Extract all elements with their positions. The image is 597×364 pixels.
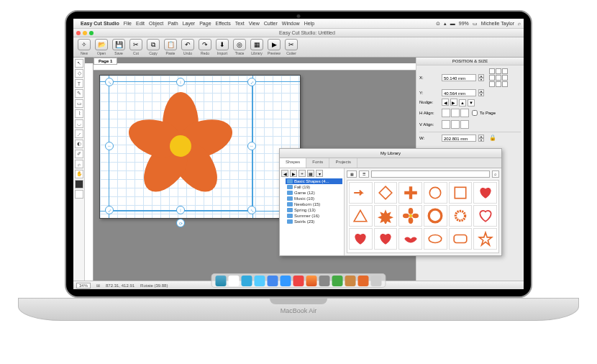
library-search[interactable] — [371, 170, 490, 178]
folder-newborn[interactable]: Newborn (15) — [286, 201, 342, 207]
library-window[interactable]: My Library Shapes Fonts Projects ◀ ▶ + ▦… — [279, 148, 502, 256]
tree-back[interactable]: ◀ — [281, 170, 288, 177]
tab-fonts[interactable]: Fonts — [306, 158, 329, 168]
dock-trash[interactable] — [371, 276, 382, 286]
fill-swatch[interactable] — [75, 180, 83, 188]
zoom-button[interactable] — [89, 31, 94, 35]
tree-forward[interactable]: ▶ — [290, 170, 297, 177]
menu-file[interactable]: File — [124, 21, 132, 26]
pen-tool[interactable]: ✎ — [75, 89, 83, 98]
toolbar-library[interactable]: ▦Library — [249, 39, 265, 55]
shape-plus[interactable] — [398, 182, 422, 204]
page-tab[interactable]: Page 1 — [94, 58, 117, 65]
toolbar-preview[interactable]: ▶Preview — [266, 39, 282, 55]
toolbar-redo[interactable]: ↷Redo — [197, 39, 213, 55]
units-icon[interactable]: ⊞ — [96, 283, 100, 288]
halign-center[interactable] — [451, 109, 460, 117]
shape-ellipse[interactable] — [424, 228, 447, 250]
dock-facetime[interactable] — [332, 276, 343, 286]
battery-icon[interactable]: ▭ — [473, 21, 478, 27]
nudge-up[interactable]: ▲ — [459, 99, 466, 106]
hand-tool[interactable]: ✋ — [75, 170, 83, 178]
folder-spring[interactable]: Spring (13) — [286, 207, 342, 213]
shape-rounded-rect[interactable] — [449, 228, 473, 250]
zoom-level[interactable]: 34% — [76, 283, 91, 288]
menu-edit[interactable]: Edit — [136, 21, 145, 26]
valign-top[interactable] — [442, 120, 450, 129]
search-icon[interactable]: ⌕ — [518, 21, 521, 26]
shape-heart-red2[interactable] — [374, 228, 398, 250]
toolbar-import[interactable]: ⬇Import — [214, 39, 230, 55]
menu-text[interactable]: Text — [235, 21, 245, 26]
selection-box[interactable]: ⤡ ↕ ⤢ ↔ ↔ ⤢ ↕ ⤡ ⟳ — [109, 81, 252, 211]
shape-gear[interactable] — [449, 205, 473, 227]
folder-summer[interactable]: Summer (16) — [286, 213, 342, 219]
shape-lips[interactable] — [398, 228, 422, 250]
folder-music[interactable]: Music (10) — [286, 196, 342, 201]
w-stepper[interactable]: ▴▾ — [478, 135, 484, 142]
view-list[interactable]: ☰ — [359, 170, 369, 178]
dock-safari[interactable] — [255, 276, 265, 286]
menu-help[interactable]: Help — [304, 21, 314, 26]
folder-basic-shapes[interactable]: Basic Shapes (4... — [286, 178, 342, 184]
dock-ecs[interactable] — [345, 276, 356, 286]
dock-mail[interactable] — [268, 276, 278, 286]
close-button[interactable] — [76, 31, 81, 35]
search-icon[interactable]: ⌕ — [492, 170, 499, 178]
valign-bottom[interactable] — [460, 120, 469, 129]
canvas-page[interactable]: ⤡ ↕ ⤢ ↔ ↔ ⤢ ↕ ⤡ ⟳ — [99, 75, 301, 219]
halign-left[interactable] — [442, 109, 450, 117]
nudge-right[interactable]: ▶ — [450, 99, 457, 106]
flag-icon[interactable]: ▬ — [450, 21, 455, 26]
nudge-left[interactable]: ◀ — [442, 99, 449, 106]
dock-calendar[interactable] — [229, 276, 240, 286]
shape-heart-red[interactable] — [349, 228, 373, 250]
wifi-icon[interactable]: ⊙ — [436, 21, 440, 27]
toolbar-new[interactable]: ✧New — [76, 39, 92, 55]
eyedropper-tool[interactable]: ✐ — [75, 150, 83, 158]
dock-photos[interactable] — [293, 276, 304, 286]
handle-rotate[interactable]: ⟳ — [176, 219, 185, 227]
handle-mid-right[interactable]: ↔ — [247, 142, 256, 150]
view-grid[interactable]: ▦ — [347, 170, 357, 178]
dock-messages[interactable] — [281, 276, 291, 286]
shape-triangle[interactable] — [349, 205, 373, 227]
eraser-tool[interactable]: ◡ — [75, 119, 83, 128]
dock-finder[interactable] — [216, 276, 227, 286]
menu-page[interactable]: Page — [199, 21, 211, 26]
menu-layer[interactable]: Layer — [183, 21, 196, 26]
knife-tool[interactable]: ⟋ — [75, 129, 83, 138]
app-name[interactable]: Easy Cut Studio — [81, 21, 119, 26]
toolbar-open[interactable]: 📂Open — [94, 39, 109, 55]
user-name[interactable]: Michelle Taylor — [481, 21, 514, 26]
w-input[interactable]: 202.801 mm — [442, 135, 476, 142]
shape-circle[interactable] — [424, 182, 447, 204]
menu-view[interactable]: View — [249, 21, 260, 26]
shape-heart[interactable] — [473, 182, 497, 204]
shape-diamond[interactable] — [374, 182, 398, 204]
tree-new-folder[interactable]: ▦ — [307, 170, 314, 177]
toolbar-save[interactable]: 💾Save — [111, 39, 127, 55]
library-titlebar[interactable]: My Library — [280, 149, 501, 158]
ruler-horizontal[interactable] — [94, 63, 416, 70]
anchor-grid[interactable] — [489, 68, 508, 87]
tree-add[interactable]: + — [298, 170, 306, 177]
folder-fall[interactable]: Fall (19) — [286, 184, 342, 190]
shape-tool[interactable]: ▭ — [75, 99, 83, 108]
folder-swirls[interactable]: Swirls (23) — [286, 219, 342, 224]
stroke-swatch[interactable] — [75, 190, 83, 199]
node-tool[interactable]: ◇ — [75, 69, 83, 78]
toolbar-cut[interactable]: ✂Cut — [128, 39, 144, 55]
toolbar-cutter[interactable]: ✂Cutter — [283, 39, 299, 55]
ruler-vertical[interactable] — [85, 63, 94, 281]
tab-shapes[interactable]: Shapes — [280, 158, 306, 168]
handle-bottom-right[interactable]: ⤡ — [247, 206, 256, 214]
y-input[interactable]: 40.564 mm — [442, 89, 476, 96]
shape-star[interactable] — [473, 228, 497, 250]
zoom-tool[interactable]: ⌕ — [75, 160, 83, 168]
menu-window[interactable]: Window — [282, 21, 300, 26]
lock-icon[interactable]: 🔒 — [489, 135, 496, 141]
handle-top-mid[interactable]: ↕ — [176, 78, 185, 86]
signal-icon[interactable]: ▴ — [444, 21, 447, 27]
guide-horizontal[interactable] — [100, 211, 300, 211]
